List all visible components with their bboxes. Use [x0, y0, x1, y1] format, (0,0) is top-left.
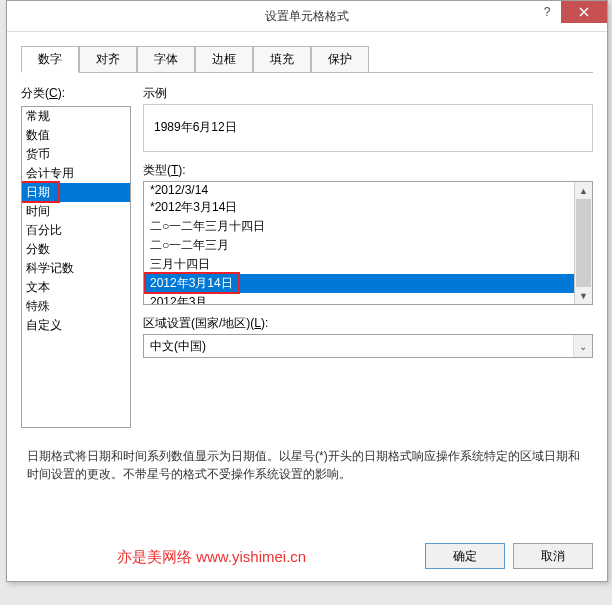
description-text: 日期格式将日期和时间系列数值显示为日期值。以星号(*)开头的日期格式响应操作系统…	[27, 447, 587, 483]
locale-value: 中文(中国)	[150, 338, 206, 355]
tabstrip: 数字 对齐 字体 边框 填充 保护	[21, 46, 593, 73]
format-cells-dialog: 设置单元格格式 ? 数字 对齐 字体 边框 填充 保护 分类(C):分类(C):…	[6, 0, 608, 582]
category-column: 分类(C):分类(C): 常规 数值 货币 会计专用 日期 时间 百分比 分数 …	[21, 85, 131, 428]
category-item-custom[interactable]: 自定义	[22, 316, 130, 335]
locale-section: 区域设置(国家/地区)(L):区域设置(国家/地区)(L): 中文(中国) ⌄	[143, 315, 593, 358]
chevron-down-icon: ⌄	[573, 335, 592, 357]
tab-font[interactable]: 字体	[137, 46, 195, 72]
window-controls: ?	[533, 1, 607, 23]
tab-alignment[interactable]: 对齐	[79, 46, 137, 72]
help-button[interactable]: ?	[533, 1, 561, 23]
content-area: 分类(C):分类(C): 常规 数值 货币 会计专用 日期 时间 百分比 分数 …	[7, 73, 607, 428]
type-item[interactable]: 2012年3月	[144, 293, 575, 305]
category-item-time[interactable]: 时间	[22, 202, 130, 221]
details-column: 示例 1989年6月12日 类型(T):类型(T): *2012/3/14 *2…	[143, 85, 593, 428]
category-label: 分类(C):分类(C):	[21, 85, 131, 102]
type-item[interactable]: 二○一二年三月	[144, 236, 575, 255]
category-item-special[interactable]: 特殊	[22, 297, 130, 316]
cancel-button[interactable]: 取消	[513, 543, 593, 569]
close-icon	[579, 7, 589, 17]
sample-label: 示例	[143, 85, 593, 102]
type-item-selected[interactable]: 2012年3月14日	[144, 274, 575, 293]
scroll-up-button[interactable]: ▲	[575, 182, 592, 199]
category-item-date[interactable]: 日期	[22, 183, 130, 202]
scrollbar[interactable]: ▲ ▼	[574, 182, 592, 304]
close-button[interactable]	[561, 1, 607, 23]
type-item[interactable]: 二○一二年三月十四日	[144, 217, 575, 236]
category-item-general[interactable]: 常规	[22, 107, 130, 126]
category-item-accounting[interactable]: 会计专用	[22, 164, 130, 183]
tab-border[interactable]: 边框	[195, 46, 253, 72]
type-list[interactable]: *2012/3/14 *2012年3月14日 二○一二年三月十四日 二○一二年三…	[143, 181, 593, 305]
type-label: 类型(T):类型(T):	[143, 162, 593, 179]
category-item-text[interactable]: 文本	[22, 278, 130, 297]
type-item[interactable]: *2012年3月14日	[144, 198, 575, 217]
tab-protection[interactable]: 保护	[311, 46, 369, 72]
locale-select[interactable]: 中文(中国) ⌄	[143, 334, 593, 358]
tab-fill[interactable]: 填充	[253, 46, 311, 72]
category-item-percentage[interactable]: 百分比	[22, 221, 130, 240]
category-item-number[interactable]: 数值	[22, 126, 130, 145]
category-item-scientific[interactable]: 科学记数	[22, 259, 130, 278]
scroll-thumb[interactable]	[576, 199, 591, 287]
scroll-down-button[interactable]: ▼	[575, 287, 592, 304]
type-item[interactable]: 三月十四日	[144, 255, 575, 274]
locale-label: 区域设置(国家/地区)(L):区域设置(国家/地区)(L):	[143, 315, 593, 332]
category-item-fraction[interactable]: 分数	[22, 240, 130, 259]
ok-button[interactable]: 确定	[425, 543, 505, 569]
footer-buttons: 确定 取消	[425, 543, 593, 569]
type-item[interactable]: *2012/3/14	[144, 182, 575, 198]
tab-container: 数字 对齐 字体 边框 填充 保护	[21, 46, 593, 73]
titlebar: 设置单元格格式 ?	[7, 1, 607, 32]
watermark: 亦是美网络 www.yishimei.cn	[117, 548, 306, 567]
dialog-title: 设置单元格格式	[265, 8, 349, 25]
category-list[interactable]: 常规 数值 货币 会计专用 日期 时间 百分比 分数 科学记数 文本 特殊 自定…	[21, 106, 131, 428]
sample-value: 1989年6月12日	[154, 120, 237, 134]
category-item-currency[interactable]: 货币	[22, 145, 130, 164]
sample-box: 1989年6月12日	[143, 104, 593, 152]
tab-number[interactable]: 数字	[21, 46, 79, 73]
